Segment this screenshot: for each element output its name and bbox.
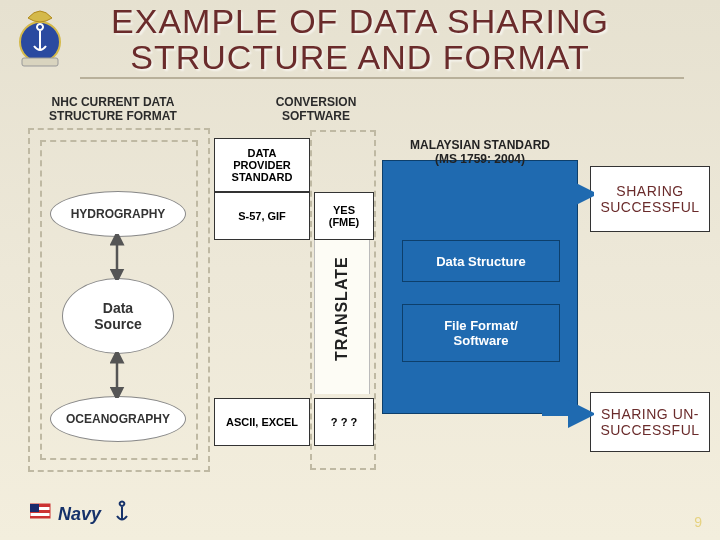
bad-l2: SUCCESSFUL xyxy=(600,422,699,438)
row2-fmt: ASCII, EXCEL xyxy=(226,416,298,428)
arrow-hydro-to-center xyxy=(108,234,126,280)
row1-fmt: S-57, GIF xyxy=(238,210,286,222)
col-header-structure: NHC CURRENT DATA STRUCTURE FORMAT xyxy=(38,96,188,124)
navy-crest-icon xyxy=(14,6,66,70)
callout-data-structure: Data Structure xyxy=(402,240,560,282)
result-unsuccessful: SHARING UN-SUCCESSFUL xyxy=(590,392,710,452)
row1-conv-l1: YES xyxy=(333,204,355,216)
hydrography-label: HYDROGRAPHY xyxy=(71,207,166,221)
slide-title: EXAMPLE OF DATA SHARING STRUCTURE AND FO… xyxy=(0,0,720,75)
source-data-source: Data Source xyxy=(62,278,174,354)
ok-l1: SHARING xyxy=(616,183,683,199)
result-success: SHARINGSUCCESSFUL xyxy=(590,166,710,232)
svg-rect-1 xyxy=(22,58,58,66)
col1-l2: STRUCTURE FORMAT xyxy=(49,109,177,123)
arrow-center-to-ocean xyxy=(108,352,126,398)
row1-conv-l2: (FME) xyxy=(329,216,360,228)
data-source-label: Data Source xyxy=(94,300,141,332)
prov-l3: STANDARD xyxy=(232,171,293,183)
prov-l2: PROVIDER xyxy=(233,159,290,171)
source-oceanography: OCEANOGRAPHY xyxy=(50,396,186,442)
svg-rect-10 xyxy=(30,504,39,512)
row1-conversion-cell: YES(FME) xyxy=(314,192,374,240)
slide: EXAMPLE OF DATA SHARING STRUCTURE AND FO… xyxy=(0,0,720,540)
page-number: 9 xyxy=(694,514,702,530)
col-header-conversion: CONVERSION SOFTWARE xyxy=(256,96,376,124)
col1-l1: NHC CURRENT DATA xyxy=(52,95,175,109)
footer-brand-text: Navy xyxy=(58,504,102,524)
row2-format-cell: ASCII, EXCEL xyxy=(214,398,310,446)
title-rule xyxy=(80,77,684,79)
footer-logo: Navy xyxy=(30,498,150,528)
prov-l1: DATA xyxy=(248,147,277,159)
title-line-1: EXAMPLE OF DATA SHARING xyxy=(111,2,609,40)
col2-l1: CONVERSION xyxy=(276,95,357,109)
standard-title: MALAYSIAN STANDARD (MS 1759: 2004) xyxy=(392,138,568,166)
source-hydrography: HYDROGRAPHY xyxy=(50,191,186,237)
std-l1: MALAYSIAN STANDARD xyxy=(410,138,550,152)
title-line-2: STRUCTURE AND FORMAT xyxy=(130,38,589,76)
ok-l2: SUCCESSFUL xyxy=(600,199,699,215)
arrow-std-to-success xyxy=(572,176,594,212)
col2-l2: SOFTWARE xyxy=(282,109,350,123)
page-num-text: 9 xyxy=(694,514,702,530)
row1-format-cell: S-57, GIF xyxy=(214,192,310,240)
translate-label: TRANSLATE xyxy=(333,271,351,361)
standard-box xyxy=(382,160,578,414)
svg-rect-9 xyxy=(30,516,50,518)
row2-conversion-cell: ? ? ? xyxy=(314,398,374,446)
callout1-text: Data Structure xyxy=(436,254,526,269)
row2-conv: ? ? ? xyxy=(331,416,357,428)
callout2-l2: Software xyxy=(454,333,509,348)
oceanography-label: OCEANOGRAPHY xyxy=(66,412,170,426)
callout-file-format: File Format/ Software xyxy=(402,304,560,362)
bad-l1: SHARING UN- xyxy=(601,406,699,422)
callout2-l1: File Format/ xyxy=(444,318,518,333)
translate-text: TRANSLATE xyxy=(333,256,350,361)
provider-standard-header: DATA PROVIDER STANDARD xyxy=(214,138,310,192)
arrow-to-unsuccessful xyxy=(540,400,594,430)
std-l2: (MS 1759: 2004) xyxy=(435,152,525,166)
